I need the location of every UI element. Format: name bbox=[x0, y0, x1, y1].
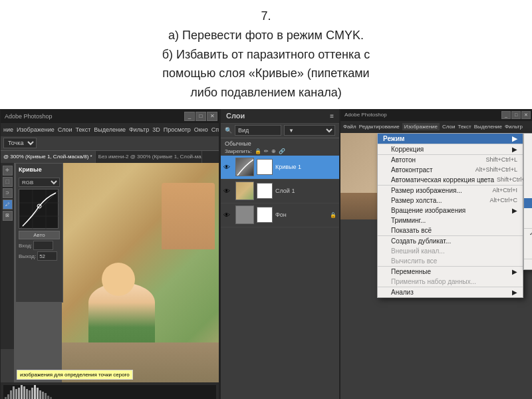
sub-item-bitmap[interactable]: Точечное изображение bbox=[524, 134, 532, 151]
variables-arrow: ▶ bbox=[512, 268, 517, 275]
rotate-label: Вращение изображения bbox=[391, 207, 466, 214]
tool-select-rect[interactable]: ⬚ bbox=[3, 177, 13, 187]
dropdown-item-variables[interactable]: Переменные ▶ bbox=[378, 267, 523, 277]
menu-item-select[interactable]: Выделение bbox=[94, 126, 126, 133]
sub-item-multichannel[interactable]: Многоканальный bbox=[524, 218, 532, 228]
tooltip-yellow: изображения для определения точки серого bbox=[17, 370, 133, 380]
line3: б) Избавить от паразитного оттенка с bbox=[40, 45, 492, 65]
lock-icon-4[interactable]: 🔗 bbox=[279, 148, 285, 154]
lock-icon-3[interactable]: ⊕ bbox=[271, 148, 276, 154]
sub-item-rgb[interactable]: RGB bbox=[524, 188, 532, 198]
dropdown-item-canvassize[interactable]: Размер холста... Alt+Ctrl+C bbox=[378, 196, 523, 205]
doc-tabs: @ 300% (Кривые 1, Слой-маска/8) * Без им… bbox=[1, 151, 219, 163]
menu-item-filter[interactable]: Фильтр bbox=[129, 126, 149, 133]
dropdown-item-autocontrast[interactable]: Автоконтраст Alt+Shift+Ctrl+L bbox=[378, 165, 523, 175]
menu-item-nie[interactable]: ние bbox=[3, 126, 13, 133]
sub-item-8bit[interactable]: ✓ 8 бит/канал bbox=[524, 229, 532, 239]
tool-crop[interactable]: ⊠ bbox=[3, 211, 13, 221]
dropdown-item-analyze[interactable]: Анализ ▶ bbox=[378, 287, 523, 297]
sub-item-lab[interactable]: Lab bbox=[524, 208, 532, 218]
layer-eye-curves[interactable]: 👁 bbox=[223, 164, 233, 171]
menu-item-view[interactable]: Просмотр bbox=[164, 126, 191, 133]
curve-panel: Кривые RGB bbox=[15, 163, 63, 303]
menu-item-window[interactable]: Окно bbox=[194, 126, 208, 133]
tool-select[interactable]: Точка bbox=[3, 138, 37, 148]
right-menu-layers[interactable]: Слои bbox=[442, 124, 455, 130]
layer-row-background[interactable]: 👁 Фон 🔒 bbox=[221, 203, 339, 227]
sub-item-grayscale[interactable]: Градации серого bbox=[524, 151, 532, 161]
channel-select[interactable]: RGB bbox=[19, 178, 60, 187]
right-title-bar: Adobe Photoshop _ □ ✕ bbox=[340, 109, 532, 121]
analyze-arrow: ▶ bbox=[512, 289, 517, 296]
tools-column: ✛ ⬚ ⊃ 🖍 ⊠ bbox=[1, 163, 14, 349]
tool-move[interactable]: ✛ bbox=[3, 166, 13, 176]
sub-item-32bit[interactable]: 32 бит/канала bbox=[524, 249, 532, 259]
lock-icon-2[interactable]: ✏ bbox=[264, 148, 269, 154]
right-menu-text[interactable]: Текст bbox=[458, 124, 471, 130]
output-value[interactable] bbox=[37, 251, 57, 261]
right-minimize-btn[interactable]: _ bbox=[501, 111, 511, 119]
menu-item-text[interactable]: Текст bbox=[76, 126, 91, 133]
tool-eyedropper[interactable]: 🖍 bbox=[3, 200, 13, 209]
output-label: Выход: bbox=[19, 253, 36, 259]
dropdown-item-showall[interactable]: Показать всё bbox=[378, 225, 523, 235]
layer-mask-thumb-background bbox=[257, 207, 273, 223]
dropdown-item-extchannel[interactable]: Внешний канал... bbox=[378, 246, 523, 256]
top-text-section: 7. а) Перевести фото в режим CMYK. б) Из… bbox=[0, 0, 532, 106]
auto-button[interactable]: Авто bbox=[19, 231, 60, 239]
sub-item-cmyk[interactable]: CMYK bbox=[524, 198, 532, 208]
right-menu-filter[interactable]: Фильтр bbox=[505, 124, 523, 130]
right-menu-select[interactable]: Выделение bbox=[474, 124, 502, 130]
dropdown-header-mode[interactable]: Режим ▶ bbox=[378, 134, 523, 144]
canvassize-shortcut: Alt+Ctrl+C bbox=[489, 197, 517, 204]
tool-lasso[interactable]: ⊃ bbox=[3, 188, 13, 198]
dropdown-item-duplicate[interactable]: Создать дубликат... bbox=[378, 236, 523, 246]
input-value[interactable] bbox=[33, 241, 53, 250]
left-panel: Adobe Photoshop _ □ ✕ ние Изображение Сл… bbox=[0, 109, 219, 399]
sub-item-16bit[interactable]: 16 бит/канал bbox=[524, 239, 532, 249]
maximize-btn[interactable]: □ bbox=[196, 112, 206, 121]
right-menu-file[interactable]: Файл bbox=[343, 124, 356, 130]
right-close-btn[interactable]: ✕ bbox=[521, 111, 531, 119]
imagesize-shortcut: Alt+Ctrl+I bbox=[492, 187, 517, 194]
layer-eye-layer1[interactable]: 👁 bbox=[223, 188, 233, 195]
sub-item-duplex[interactable]: Дуплекс bbox=[524, 161, 532, 171]
menu-item-image[interactable]: Изображение bbox=[17, 126, 55, 133]
menu-item-layers[interactable]: Слои bbox=[58, 126, 72, 133]
dropdown-item-rotate[interactable]: Вращение изображения ▶ bbox=[378, 205, 523, 215]
layer-mask-thumb-layer1 bbox=[257, 183, 273, 199]
layer-thumb-curves bbox=[235, 158, 254, 176]
tooltip-text: изображения для определения точки серого bbox=[20, 372, 130, 378]
close-btn[interactable]: ✕ bbox=[207, 112, 217, 121]
imagesize-label: Размер изображения... bbox=[391, 187, 462, 194]
dropdown-item-autotone[interactable]: Автотон Shift+Ctrl+L bbox=[378, 155, 523, 165]
dropdown-item-trim[interactable]: Тримминг... bbox=[378, 215, 523, 225]
right-menu-image[interactable]: Изображение bbox=[402, 123, 440, 130]
input-label: Вход: bbox=[19, 243, 32, 249]
doc-tab-2[interactable]: Без имени-2 @ 300% (Кривые 1, Слой-маска… bbox=[96, 151, 202, 163]
doc-tab-1[interactable]: @ 300% (Кривые 1, Слой-маска/8) * bbox=[1, 151, 96, 163]
dropdown-item-correction[interactable]: Коррекция ▶ bbox=[378, 144, 523, 154]
lock-icon-1[interactable]: 🔒 bbox=[255, 148, 261, 154]
sub-item-colortable[interactable]: Таблица цветов... bbox=[524, 259, 532, 269]
layers-title: Слои bbox=[226, 112, 245, 120]
layers-search-input[interactable] bbox=[235, 125, 281, 136]
layers-sort-select[interactable]: ▼ bbox=[284, 125, 335, 136]
right-maximize-btn[interactable]: □ bbox=[511, 111, 521, 119]
dropdown-item-calcall[interactable]: Вычислить все bbox=[378, 256, 523, 266]
sub-item-indexed[interactable]: Индексированные цвета... bbox=[524, 171, 532, 188]
duplicate-label: Создать дубликат... bbox=[391, 237, 451, 245]
menu-item-help[interactable]: Справка bbox=[211, 126, 219, 133]
minimize-btn[interactable]: _ bbox=[184, 112, 195, 121]
layer-row-curves[interactable]: 👁 Кривые 1 bbox=[221, 156, 339, 180]
layer-eye-background[interactable]: 👁 bbox=[223, 211, 233, 219]
dropdown-item-applydata[interactable]: Применить набор данных... bbox=[378, 277, 523, 287]
autocontrast-label: Автоконтраст bbox=[391, 166, 433, 174]
dropdown-item-autocolor[interactable]: Автоматическая коррекция цвета Shift+Ctr… bbox=[378, 175, 523, 185]
dropdown-item-imagesize[interactable]: Размер изображения... Alt+Ctrl+I bbox=[378, 186, 523, 196]
layers-menu-icon[interactable]: ≡ bbox=[330, 112, 334, 120]
right-menu-edit[interactable]: Редактирование bbox=[359, 124, 400, 130]
layer-row-layer1[interactable]: 👁 Слой 1 bbox=[221, 180, 339, 203]
layer-name-background: Фон bbox=[275, 211, 327, 218]
menu-item-3d[interactable]: 3D bbox=[152, 126, 160, 133]
